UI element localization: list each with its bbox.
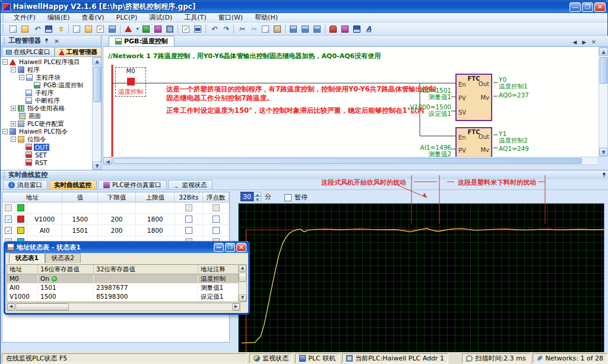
editor-hscrollbar[interactable]: ◀ xyxy=(103,157,598,165)
row-checkbox[interactable] xyxy=(5,216,12,223)
tree-item-instruction-root[interactable]: −Haiwell PLC指令 xyxy=(1,128,101,135)
operand-sv1[interactable]: V1000=1500设定值1 xyxy=(399,104,451,117)
tab-scroll-right-icon[interactable]: ▶ xyxy=(580,39,588,45)
interval-up-icon[interactable]: ▲ xyxy=(254,192,261,197)
operand-pv2[interactable]: AI1=1496测量值2 xyxy=(399,144,451,157)
scroll-up-icon[interactable]: ▲ xyxy=(599,48,608,56)
scroll-right-icon[interactable]: ▶ xyxy=(232,303,240,311)
collapse-icon[interactable]: − xyxy=(2,129,8,134)
tab-watch-status[interactable]: _监视状态 xyxy=(168,180,213,189)
tree-item-hardware-config[interactable]: +PLC硬件配置 xyxy=(1,120,101,128)
scroll-down-icon[interactable]: ▼ xyxy=(599,148,608,156)
pin-icon[interactable] xyxy=(42,37,51,45)
operand-mv2[interactable]: AQ1=249 xyxy=(499,145,529,152)
tree-item-project-root[interactable]: −Haiwell PLC程序项目 xyxy=(1,58,101,66)
tab-scroll-left-icon[interactable]: ◀ xyxy=(571,39,579,45)
logo-dropdown-icon[interactable]: ▾ xyxy=(135,24,140,34)
tree-item-interrupt[interactable]: 中断程序 xyxy=(1,97,101,105)
tab-close-icon[interactable]: ✕ xyxy=(590,39,598,45)
tab-status-table1[interactable]: 状态表1 xyxy=(9,253,45,263)
row-checkbox[interactable] xyxy=(5,227,12,234)
restore-button[interactable]: ❐ xyxy=(582,2,593,12)
network-delete-icon[interactable] xyxy=(312,24,322,34)
tree-item-main-block[interactable]: −主程序块 xyxy=(1,74,101,81)
close-panel-icon[interactable]: ✕ xyxy=(52,37,61,45)
menu-tools[interactable]: 工具(T) xyxy=(179,12,211,23)
ftc-block-2[interactable]: FTC En PV Out Mv xyxy=(455,127,492,157)
ftc-block-1[interactable]: FTC En PV SV Out Mv xyxy=(455,74,492,121)
tree-item-instruction-table[interactable]: +指令使用表格 xyxy=(1,105,101,112)
lock-icon[interactable] xyxy=(328,24,338,34)
close-button[interactable]: ✕ xyxy=(594,2,606,12)
tab-plc-simulator[interactable]: PLC硬件仿真窗口 xyxy=(98,180,167,189)
scroll-thumb[interactable] xyxy=(239,273,246,282)
tree-item-bit-instructions[interactable]: −位指令 xyxy=(1,135,101,143)
revert-icon[interactable]: ↶ xyxy=(31,24,42,34)
expand-icon[interactable]: + xyxy=(11,121,16,126)
contact-m0[interactable]: M0 温度控制 xyxy=(115,67,146,97)
scroll-left-icon[interactable]: ◀ xyxy=(7,303,15,311)
collapse-icon[interactable]: − xyxy=(11,67,16,72)
scroll-down-icon[interactable]: ▼ xyxy=(93,162,102,170)
page-copy-icon[interactable] xyxy=(71,24,82,34)
scroll-down-icon[interactable]: ▼ xyxy=(239,295,246,302)
bits32-checkbox[interactable] xyxy=(185,204,192,211)
undo-icon[interactable]: ↶ xyxy=(208,24,219,34)
menu-plc[interactable]: PLC(P) xyxy=(111,13,143,22)
save-icon[interactable] xyxy=(43,24,54,34)
open-icon[interactable] xyxy=(20,24,30,34)
menu-edit[interactable]: 编辑(E) xyxy=(42,12,75,23)
tree-item-subprogram[interactable]: 子程序 xyxy=(1,89,101,97)
float-checkbox[interactable] xyxy=(213,227,220,234)
copy-icon[interactable] xyxy=(260,24,271,34)
collapse-icon[interactable]: − xyxy=(2,59,8,65)
save-table-icon[interactable] xyxy=(352,24,362,34)
maximize-button[interactable]: ❐ xyxy=(225,243,235,252)
editor-vscrollbar[interactable]: ▲ ▼ xyxy=(598,47,608,157)
address-status-window[interactable]: 地址状态表 - 状态表1 — ❐ ✕ 状态表1 状态表2 地址 16位寄存器值 … xyxy=(4,241,250,315)
minimize-button[interactable]: — xyxy=(569,2,581,12)
minimize-button[interactable]: — xyxy=(214,243,224,252)
status-vscrollbar[interactable]: ▲ ▼ xyxy=(238,264,247,302)
monitor-icon[interactable] xyxy=(164,24,175,34)
tab-online-plc[interactable]: 在线PLC窗口 xyxy=(2,47,55,56)
page-send-icon[interactable] xyxy=(83,24,94,34)
scroll-thumb[interactable] xyxy=(600,57,607,84)
scroll-thumb[interactable] xyxy=(15,303,69,311)
redo-icon[interactable]: ↷ xyxy=(220,24,231,34)
page-verify-icon[interactable]: ✓ xyxy=(95,24,106,34)
syntax-check-icon[interactable]: ✓ xyxy=(180,24,191,34)
status-row-m0[interactable]: M0 On 温度控制 xyxy=(7,274,240,283)
pin-icon[interactable] xyxy=(600,171,608,179)
expand-icon[interactable]: + xyxy=(11,106,16,111)
scroll-left-icon[interactable]: ◀ xyxy=(103,157,112,164)
page-report-icon[interactable] xyxy=(107,24,118,34)
tab-message-window[interactable]: i消息窗口 xyxy=(3,180,48,189)
interval-input[interactable]: 30 xyxy=(240,192,254,201)
collapse-icon[interactable]: − xyxy=(19,75,24,80)
table-row[interactable] xyxy=(2,202,229,214)
logo-tool-icon[interactable] xyxy=(123,24,134,34)
tree-scrollbar[interactable]: ▲ ▼ xyxy=(92,57,101,170)
scroll-up-icon[interactable]: ▲ xyxy=(93,57,102,65)
float-checkbox[interactable] xyxy=(213,216,220,223)
operand-out2[interactable]: Y1温度控制2 xyxy=(499,131,528,144)
network-insert-icon[interactable] xyxy=(288,24,299,34)
interval-down-icon[interactable]: ▼ xyxy=(254,197,261,201)
menu-help[interactable]: 帮助(H) xyxy=(249,12,283,23)
network-append-icon[interactable] xyxy=(300,24,311,34)
cut-icon[interactable]: ✂ xyxy=(236,24,247,34)
tab-curve-monitor[interactable]: 实时曲线监控 xyxy=(49,180,97,189)
cut-small-icon[interactable]: ✂ xyxy=(248,24,259,34)
table-row[interactable]: V1000 1500 200 1800 xyxy=(2,214,229,225)
bits32-checkbox[interactable] xyxy=(185,216,192,223)
close-button[interactable]: ✕ xyxy=(236,243,246,252)
menu-window[interactable]: 窗口(W) xyxy=(213,12,248,23)
font-icon[interactable]: A xyxy=(363,24,374,34)
collapse-icon[interactable]: − xyxy=(11,137,16,142)
com-config-icon[interactable] xyxy=(340,24,350,34)
upload-plc-icon[interactable] xyxy=(153,24,163,34)
table-row[interactable]: AI0 1501 200 1800 xyxy=(2,225,229,236)
status-row-v1000[interactable]: V1000 1500 85198300 设定值1 xyxy=(7,292,240,301)
tab-project-manager[interactable]: 工程管理器 xyxy=(55,47,102,56)
